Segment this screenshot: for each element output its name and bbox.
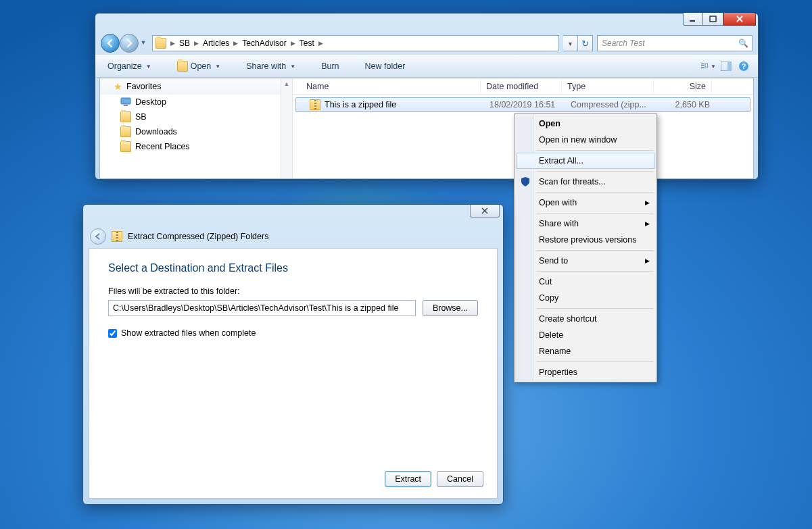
svg-rect-10 <box>121 98 130 104</box>
nav-item-sb[interactable]: SB <box>100 109 292 124</box>
help-button[interactable]: ? <box>736 59 751 74</box>
ctx-create-shortcut[interactable]: Create shortcut <box>516 311 655 327</box>
folder-icon <box>120 111 131 122</box>
star-icon: ★ <box>114 81 122 92</box>
burn-button[interactable]: Burn <box>316 59 344 74</box>
search-placeholder: Search Test <box>602 39 645 48</box>
nav-history-dropdown[interactable]: ▼ <box>139 34 148 51</box>
svg-rect-3 <box>701 66 704 66</box>
submenu-arrow-icon: ▶ <box>645 199 650 206</box>
column-name[interactable]: Name <box>301 78 481 94</box>
dialog-header-text: Extract Compressed (Zipped) Folders <box>128 232 268 241</box>
zip-folder-icon <box>112 231 122 242</box>
preview-pane-button[interactable] <box>719 59 734 74</box>
organize-button[interactable]: Organize▼ <box>102 59 157 74</box>
column-headers: Name Date modified Type Size <box>293 78 753 95</box>
extract-button[interactable]: Extract <box>385 471 431 487</box>
maximize-button[interactable] <box>703 13 723 26</box>
file-row-selected[interactable]: This is a zipped file 18/02/2019 16:51 C… <box>295 97 750 112</box>
svg-rect-0 <box>690 20 695 22</box>
ctx-send-to[interactable]: Send to▶ <box>516 253 655 269</box>
cancel-button[interactable]: Cancel <box>437 471 483 487</box>
view-options-button[interactable]: ▼ <box>701 59 716 74</box>
dialog-close-button[interactable] <box>470 205 500 218</box>
address-bar[interactable]: ▶ SB▶ Articles▶ TechAdvisor▶ Test▶ <box>152 35 559 51</box>
ctx-cut[interactable]: Cut <box>516 274 655 290</box>
ctx-open-new-window[interactable]: Open in new window <box>516 132 655 148</box>
search-input[interactable]: Search Test 🔍 <box>597 35 753 51</box>
explorer-toolbar: Organize▼ Open▼ Share with▼ Burn New fol… <box>95 55 758 78</box>
column-type[interactable]: Type <box>562 78 654 94</box>
breadcrumb-item[interactable]: TechAdvisor <box>239 36 289 51</box>
nav-item-recent[interactable]: Recent Places <box>100 139 292 154</box>
ctx-extract-all[interactable]: Extract All... <box>516 153 655 169</box>
ctx-share-with[interactable]: Share with▶ <box>516 216 655 232</box>
context-menu: Open Open in new window Extract All... S… <box>514 114 657 382</box>
svg-rect-4 <box>701 67 704 68</box>
back-button[interactable] <box>101 34 120 53</box>
navpane-scrollbar[interactable]: ▲ <box>281 78 292 178</box>
dialog-titlebar[interactable] <box>83 205 503 225</box>
zip-file-icon <box>310 99 320 110</box>
folder-icon <box>120 126 131 137</box>
column-date[interactable]: Date modified <box>481 78 562 94</box>
shield-icon <box>520 176 531 187</box>
desktop-icon <box>120 97 131 107</box>
submenu-arrow-icon: ▶ <box>645 220 650 227</box>
nav-item-desktop[interactable]: Desktop <box>100 95 292 109</box>
favorites-header[interactable]: ★Favorites <box>100 78 292 95</box>
svg-rect-5 <box>705 64 707 68</box>
explorer-window: ▼ ▶ SB▶ Articles▶ TechAdvisor▶ Test▶ ▾ ↻… <box>95 13 759 180</box>
ctx-properties[interactable]: Properties <box>516 364 655 380</box>
forward-button[interactable] <box>120 34 139 53</box>
dialog-label: Files will be extracted to this folder: <box>108 286 478 296</box>
open-button[interactable]: Open▼ <box>172 58 226 74</box>
svg-rect-11 <box>124 105 128 106</box>
breadcrumb-item[interactable]: Articles <box>200 36 232 51</box>
ctx-open[interactable]: Open <box>516 116 655 132</box>
extract-dialog: Extract Compressed (Zipped) Folders Sele… <box>82 204 504 505</box>
new-folder-button[interactable]: New folder <box>360 59 411 74</box>
share-with-button[interactable]: Share with▼ <box>241 59 301 74</box>
search-icon: 🔍 <box>738 39 748 48</box>
column-size[interactable]: Size <box>654 78 712 94</box>
minimize-button[interactable] <box>683 13 703 26</box>
close-button[interactable] <box>723 13 756 26</box>
svg-rect-2 <box>701 64 704 64</box>
ctx-copy[interactable]: Copy <box>516 290 655 306</box>
refresh-button[interactable]: ↻ <box>578 35 593 51</box>
folder-icon <box>120 141 131 152</box>
destination-path-input[interactable] <box>108 300 416 316</box>
dialog-back-button[interactable] <box>90 228 106 245</box>
dialog-title: Select a Destination and Extract Files <box>108 262 478 274</box>
explorer-titlebar[interactable] <box>95 14 758 32</box>
svg-rect-7 <box>727 61 732 71</box>
ctx-open-with[interactable]: Open with▶ <box>516 195 655 211</box>
show-files-checkbox[interactable]: Show extracted files when complete <box>108 328 478 338</box>
breadcrumb-item[interactable]: SB <box>176 36 193 51</box>
browse-button[interactable]: Browse... <box>423 300 478 316</box>
ctx-delete[interactable]: Delete <box>516 327 655 343</box>
show-files-checkbox-input[interactable] <box>108 329 117 338</box>
ctx-rename[interactable]: Rename <box>516 343 655 359</box>
ctx-scan-threats[interactable]: Scan for threats... <box>516 174 655 190</box>
svg-rect-1 <box>710 16 716 22</box>
nav-buttons: ▼ <box>101 34 148 53</box>
nav-item-downloads[interactable]: Downloads <box>100 124 292 139</box>
address-dropdown-button[interactable]: ▾ <box>563 35 578 51</box>
navigation-pane: ★Favorites Desktop SB Downloads Recent P… <box>100 78 293 178</box>
ctx-restore-versions[interactable]: Restore previous versions <box>516 232 655 248</box>
submenu-arrow-icon: ▶ <box>645 257 650 264</box>
breadcrumb-item[interactable]: Test <box>297 36 317 51</box>
svg-text:?: ? <box>742 62 746 70</box>
